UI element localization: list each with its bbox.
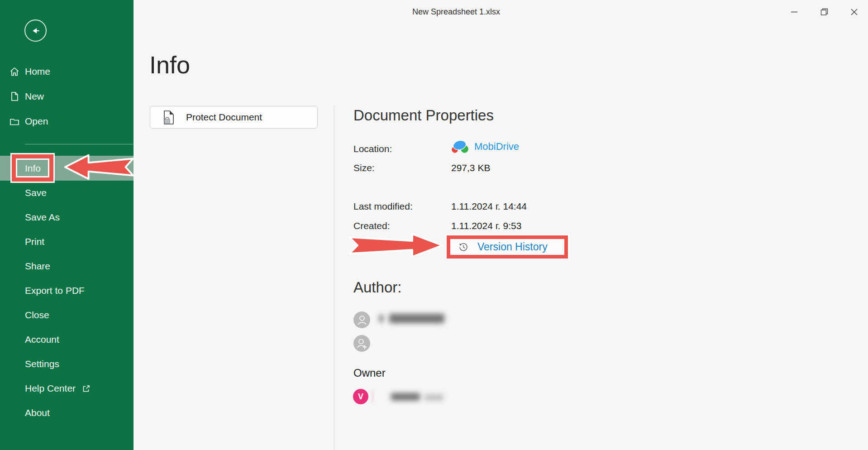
owner-name-redacted (391, 393, 420, 401)
author-heading: Author: (353, 279, 401, 296)
version-history-annotation-box: Version History (447, 235, 568, 259)
mobidrive-cloud-icon (451, 139, 470, 153)
restore-icon (820, 8, 828, 16)
author-avatar (353, 311, 370, 328)
protect-document-icon (162, 110, 175, 125)
sidebar-item-open[interactable]: Open (0, 109, 134, 134)
add-author-button[interactable] (353, 335, 370, 352)
protect-document-label: Protect Document (186, 112, 262, 123)
close-button[interactable] (844, 2, 864, 22)
location-label: Location: (353, 144, 392, 154)
minimize-icon (791, 8, 798, 15)
home-icon (9, 66, 20, 77)
sidebar-item-label: Help Center (25, 383, 76, 394)
author-name-redacted (379, 315, 383, 322)
sidebar-item-label: Settings (25, 359, 59, 369)
sidebar-separator (25, 144, 134, 144)
sidebar-item-label: About (25, 407, 50, 418)
sidebar-item-label: Save As (25, 212, 60, 223)
sidebar-item-save[interactable]: Save (0, 181, 134, 205)
sidebar-item-print[interactable]: Print (0, 230, 134, 254)
created-label: Created: (353, 220, 390, 231)
restore-button[interactable] (814, 2, 835, 22)
sidebar-item-label: Export to PDF (25, 285, 85, 296)
sidebar-item-close[interactable]: Close (0, 303, 134, 327)
minimize-button[interactable] (784, 2, 805, 22)
owner-heading: Owner (353, 367, 386, 379)
sidebar-item-label: New (25, 91, 44, 102)
version-history-icon (459, 243, 468, 252)
sidebar-item-label: Close (25, 310, 49, 321)
owner-name-redacted (424, 394, 444, 401)
back-arrow-icon (30, 25, 42, 37)
person-icon (355, 313, 369, 327)
last-modified-value: 1.11.2024 г. 14:44 (451, 201, 527, 212)
sidebar-item-label: Home (25, 66, 50, 77)
version-history-annotation-arrow-icon (348, 232, 444, 259)
new-file-icon (9, 91, 20, 102)
document-properties-heading: Document Properties (353, 107, 494, 124)
mobidrive-link[interactable]: MobiDrive (451, 139, 519, 153)
sidebar-item-label: Save (25, 187, 47, 198)
close-icon (850, 8, 858, 16)
sidebar-item-label: Account (25, 334, 59, 345)
sidebar-item-home[interactable]: Home (0, 59, 134, 84)
back-button[interactable] (24, 19, 47, 42)
sidebar-item-help-center[interactable]: Help Center (0, 376, 134, 401)
external-link-icon (82, 384, 91, 393)
sidebar-item-share[interactable]: Share (0, 254, 134, 278)
open-folder-icon (9, 116, 20, 127)
mobidrive-label: MobiDrive (474, 141, 519, 153)
sidebar-item-settings[interactable]: Settings (0, 352, 134, 376)
author-name-redacted (389, 314, 444, 323)
owner-avatar: V (353, 389, 368, 404)
sidebar-item-info[interactable]: Info (0, 156, 134, 181)
sidebar-item-account[interactable]: Account (0, 327, 134, 352)
owner-name-redacted (372, 391, 373, 402)
backstage-sidebar: Home New Open Info Save (0, 0, 134, 450)
protect-document-button[interactable]: Protect Document (150, 106, 318, 129)
content-divider (334, 105, 334, 450)
sidebar-item-label: Info (25, 163, 41, 174)
size-value: 297,3 KB (451, 163, 490, 173)
created-value: 1.11.2024 г. 9:53 (451, 220, 521, 231)
app-window: Home New Open Info Save (0, 0, 868, 450)
last-modified-label: Last modified: (353, 201, 413, 212)
person-plus-icon (355, 337, 369, 350)
sidebar-item-label: Share (25, 261, 50, 272)
sidebar-item-label: Print (25, 236, 44, 247)
sidebar-item-new[interactable]: New (0, 84, 134, 109)
version-history-link[interactable]: Version History (477, 241, 548, 253)
sidebar-item-label: Open (25, 116, 48, 127)
sidebar-item-save-as[interactable]: Save As (0, 205, 134, 230)
sidebar-item-export-to-pdf[interactable]: Export to PDF (0, 278, 134, 303)
owner-avatar-initial: V (358, 392, 363, 402)
window-title: New Spreadsheet 1.xlsx (412, 7, 500, 17)
page-title: Info (149, 51, 190, 79)
size-label: Size: (353, 163, 375, 173)
sidebar-item-about[interactable]: About (0, 401, 134, 425)
